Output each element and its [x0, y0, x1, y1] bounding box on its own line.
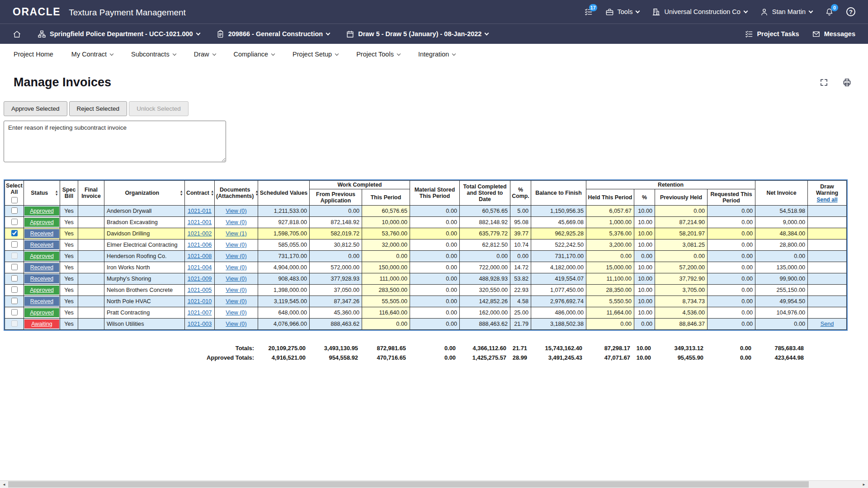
tools-menu[interactable]: Tools [605, 8, 640, 16]
contract-link[interactable]: 1021-003 [188, 321, 212, 327]
nav-project-setup[interactable]: Project Setup [292, 51, 338, 58]
documents-view-link[interactable]: View (0) [226, 242, 246, 248]
documents-view-link[interactable]: View (0) [226, 276, 246, 282]
net-invoice-cell: 0.00 [755, 319, 808, 330]
draw-warning-total [807, 343, 845, 353]
documents-view-link[interactable]: View (0) [226, 219, 246, 225]
row-select-cell [5, 217, 24, 228]
row-select-checkbox[interactable] [11, 320, 18, 327]
nav-project-tools[interactable]: Project Tools [356, 51, 400, 58]
nav-draw[interactable]: Draw [194, 51, 216, 58]
fullscreen-icon[interactable] [819, 78, 829, 87]
row-select-checkbox[interactable] [11, 207, 18, 214]
col-group-retention: Retention [586, 181, 755, 189]
help-button[interactable]: ? [846, 7, 855, 16]
row-select-checkbox[interactable] [11, 298, 18, 304]
documents-view-link[interactable]: View (0) [226, 298, 246, 305]
send-warning-link[interactable]: Send [821, 321, 834, 327]
home-button[interactable] [13, 30, 21, 38]
action-buttons: Approve Selected Reject Selected Unlock … [4, 101, 868, 116]
row-select-checkbox[interactable] [11, 241, 18, 248]
unlock-selected-button[interactable]: Unlock Selected [129, 101, 189, 116]
nav-subcontracts[interactable]: Subcontracts [131, 51, 176, 58]
horizontal-scrollbar[interactable]: ◄ ► [0, 480, 868, 488]
contract-link[interactable]: 1021-011 [188, 208, 212, 214]
invoice-table-body: ApprovedYesAnderson Drywall1021-011View … [5, 206, 847, 330]
contract-link[interactable]: 1021-006 [188, 242, 212, 248]
chevron-down-icon [335, 52, 339, 55]
contract-link[interactable]: 1021-001 [188, 219, 212, 225]
documents-view-link[interactable]: View (0) [226, 208, 246, 214]
status-link[interactable]: Received [24, 297, 59, 306]
reject-reason-textarea[interactable] [4, 121, 226, 162]
material-stored-cell: 0.00 [410, 228, 460, 239]
row-select-checkbox[interactable] [11, 309, 18, 315]
messages-link[interactable]: Messages [812, 30, 855, 38]
nav-project-home[interactable]: Project Home [14, 51, 53, 58]
status-link[interactable]: Approved [24, 218, 59, 227]
send-all-link[interactable]: Send all [817, 197, 838, 203]
status-link[interactable]: Approved [24, 252, 59, 261]
status-link[interactable]: Approved [24, 286, 59, 295]
project-tasks-link[interactable]: Project Tasks [745, 30, 799, 38]
held-this-period-total: 87,298.17 [585, 343, 633, 353]
contract-link[interactable]: 1021-005 [188, 287, 212, 293]
documents-view-link[interactable]: View (0) [226, 310, 246, 316]
project-selector[interactable]: Springfield Police Department - UCC-1021… [38, 30, 200, 38]
draw-selector[interactable]: Draw 5 - Draw 5 (January) - 08-Jan-2022 [346, 30, 488, 38]
row-select-checkbox[interactable] [11, 275, 18, 282]
status-link[interactable]: Awaiting [24, 319, 59, 328]
status-link[interactable]: Received [24, 240, 59, 249]
user-menu[interactable]: Stan Martin [760, 8, 812, 16]
status-link[interactable]: Received [24, 274, 59, 283]
status-link[interactable]: Approved [24, 308, 59, 317]
status-cell: Received [24, 239, 60, 251]
documents-view-link[interactable]: View (0) [226, 321, 246, 327]
status-link[interactable]: Received [24, 229, 59, 238]
row-select-checkbox[interactable] [11, 264, 18, 270]
row-select-checkbox[interactable] [11, 286, 18, 293]
scrollbar-track[interactable] [8, 481, 860, 488]
held-this-period-total: 47,071.67 [585, 353, 633, 362]
status-link[interactable]: Approved [24, 206, 59, 216]
scroll-right-arrow[interactable]: ► [860, 481, 868, 488]
task-list-button[interactable]: 17 [584, 8, 593, 16]
scrollbar-thumb[interactable] [8, 481, 809, 488]
pct-comp-cell: 25.00 [510, 307, 531, 319]
sort-arrows[interactable]: ▲▼ [180, 190, 183, 196]
scroll-left-arrow[interactable]: ◄ [0, 481, 8, 488]
requested-this-period-total: 0.00 [706, 343, 754, 353]
approve-selected-button[interactable]: Approve Selected [4, 101, 67, 116]
contract-link[interactable]: 1021-007 [188, 310, 212, 316]
contract-link[interactable]: 1021-009 [188, 276, 212, 282]
nav-compliance[interactable]: Compliance [234, 51, 275, 58]
reject-selected-button[interactable]: Reject Selected [69, 101, 127, 116]
documents-view-link[interactable]: View (0) [226, 253, 246, 259]
contract-selector[interactable]: 209866 - General Construction [216, 30, 330, 38]
row-select-checkbox[interactable] [11, 253, 18, 259]
documents-view-link[interactable]: View (0) [226, 287, 246, 293]
sort-arrows[interactable]: ▲▼ [211, 190, 214, 196]
retention-pct-cell: 0.00 [634, 251, 655, 262]
sort-arrows[interactable]: ▲▼ [255, 190, 258, 196]
status-link[interactable]: Received [24, 263, 59, 272]
row-select-cell [5, 307, 24, 319]
nav-integration[interactable]: Integration [418, 51, 456, 58]
documents-view-link[interactable]: View (0) [226, 264, 246, 271]
contract-link[interactable]: 1021-002 [188, 230, 212, 237]
row-select-checkbox[interactable] [11, 219, 18, 225]
contract-link[interactable]: 1021-010 [188, 298, 212, 305]
status-cell: Approved [24, 307, 60, 319]
print-icon[interactable] [842, 78, 852, 87]
select-all-checkbox[interactable] [11, 197, 18, 203]
notifications-button[interactable]: 0 [825, 8, 834, 16]
row-select-checkbox[interactable] [11, 230, 18, 236]
chevron-down-icon [485, 31, 489, 36]
sort-arrows[interactable]: ▲▼ [55, 190, 58, 196]
company-menu[interactable]: Universal Construction Co [652, 8, 747, 16]
contract-link[interactable]: 1021-004 [188, 264, 212, 271]
documents-view-link[interactable]: View (1) [226, 230, 246, 237]
contract-link[interactable]: 1021-008 [188, 253, 212, 259]
this-period-cell: 55,505.00 [362, 296, 410, 307]
nav-my-contract[interactable]: My Contract [71, 51, 113, 58]
